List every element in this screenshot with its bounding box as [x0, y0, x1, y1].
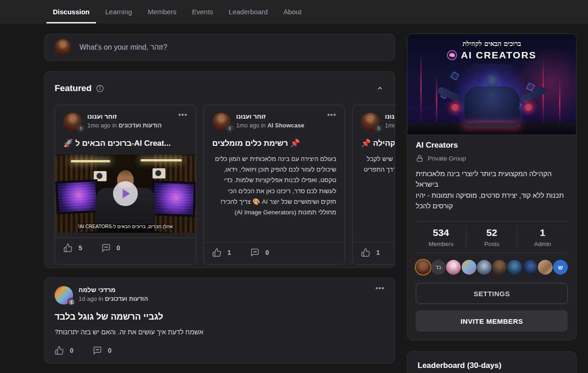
featured-section: Featured 3 זוהר וענונו 1mo ago	[44, 71, 395, 268]
community-nav: Discussion Learning Members Events Leade…	[46, 0, 588, 23]
video-thumbnail[interactable]: אהלן חברים, ברוכים הבאים ל-AI CREATORS!	[55, 155, 196, 233]
stat-label: Posts	[467, 241, 517, 247]
comment-button[interactable]: 0	[102, 243, 120, 252]
stat-posts[interactable]: 52 Posts	[466, 227, 517, 247]
post-body: בעולם היצירה עם בינה מלאכותית יש המון כל…	[212, 154, 336, 237]
like-button[interactable]: 1	[361, 248, 380, 257]
featured-cards-row: 3 זוהר וענונו 1mo ago in הודעות ועדכונים…	[55, 105, 395, 265]
in-word: in	[112, 122, 117, 129]
avatar[interactable]: 3	[212, 113, 231, 131]
like-count: 1	[376, 249, 380, 256]
post-time: 1mo ago	[87, 122, 111, 129]
post-composer[interactable]: What's on your mind, זוהר?	[44, 34, 395, 61]
post-meta: 1mo ago in	[385, 122, 395, 129]
stat-label: Admin	[517, 241, 568, 247]
group-banner-image: ברוכים הבאים לקהילת 🧠 AI CREATORS	[407, 34, 576, 134]
play-icon	[123, 189, 130, 198]
post-author[interactable]: זוהר וענונו	[236, 113, 304, 120]
banner-welcome-text: ברוכים הבאים לקהילת	[407, 40, 576, 48]
studio-light	[71, 160, 110, 162]
avatar[interactable]: 3	[361, 113, 379, 131]
level-badge: 3	[226, 124, 233, 132]
member-avatar[interactable]	[462, 260, 476, 275]
member-avatar[interactable]	[507, 260, 522, 275]
member-avatar[interactable]	[492, 260, 507, 275]
tab-discussion[interactable]: Discussion	[46, 0, 96, 23]
featured-title: Featured	[55, 83, 91, 93]
post-author[interactable]: זוהר וענונו	[385, 113, 395, 120]
post-title[interactable]: לגביי הרשמה של גוגל בלבד	[55, 312, 384, 322]
post-category[interactable]: AI Showcase	[267, 122, 304, 129]
post-category[interactable]: הודעות ועדכונים	[105, 295, 148, 302]
ellipsis-menu-icon[interactable]: •••	[178, 113, 187, 117]
post-time: 1mo ago	[236, 122, 260, 129]
like-button[interactable]: 5	[63, 243, 82, 252]
monitor-left	[55, 179, 99, 215]
chevron-up-icon[interactable]	[376, 85, 384, 92]
avatar[interactable]: 3	[63, 113, 82, 131]
like-count: 0	[70, 347, 74, 354]
stat-members[interactable]: 534 Members	[416, 227, 466, 247]
comment-count: 0	[117, 244, 120, 252]
studio-light	[141, 159, 182, 161]
banner-brand-text: AI CREATORS	[461, 50, 537, 61]
member-avatar[interactable]	[538, 260, 553, 275]
in-word: in	[98, 295, 103, 302]
tab-learning[interactable]: Learning	[99, 0, 138, 23]
post-author[interactable]: זוהר וענונו	[87, 113, 162, 120]
member-avatar-initials[interactable]: בד	[431, 260, 446, 275]
group-name: AI Creators	[416, 141, 568, 150]
post-meta: 1mo ago in הודעות ועדכונים	[87, 122, 162, 129]
post-title[interactable]: 📌 חוקי הקהילה	[361, 138, 395, 148]
comment-icon	[93, 346, 102, 355]
ellipsis-menu-icon[interactable]: •••	[375, 286, 384, 291]
lock-icon	[416, 155, 424, 162]
like-button[interactable]: 1	[212, 248, 231, 257]
like-count: 1	[227, 249, 231, 256]
post-body: אשמח לדעת איך עושים את זה. והאם יש בזה י…	[55, 328, 384, 336]
member-avatar[interactable]	[477, 260, 492, 275]
tab-about[interactable]: About	[277, 0, 308, 23]
post-category[interactable]: הודעות ועדכונים	[119, 122, 162, 129]
featured-post-welcome[interactable]: 3 זוהר וענונו 1mo ago in הודעות ועדכונים…	[55, 105, 196, 265]
thumbs-up-icon	[361, 248, 370, 257]
comment-button[interactable]: 0	[250, 248, 269, 257]
thumbs-up-icon	[55, 346, 64, 355]
member-avatar-initials[interactable]: ש	[553, 260, 568, 275]
group-info-card: ברוכים הבאים לקהילת 🧠 AI CREATORS AI Cre…	[407, 34, 577, 340]
post-author[interactable]: מרדכי שלמה	[79, 286, 148, 293]
post-meta: 1d ago in הודעות ועדכונים	[79, 295, 148, 302]
info-icon[interactable]	[96, 85, 104, 92]
comment-icon	[250, 248, 260, 257]
ellipsis-menu-icon[interactable]: •••	[327, 113, 336, 117]
member-avatar[interactable]	[446, 260, 461, 275]
settings-button[interactable]: SETTINGS	[416, 283, 568, 304]
comment-count: 0	[108, 347, 112, 354]
leaderboard-card[interactable]: Leaderboard (30-days)	[407, 351, 577, 373]
video-caption: אהלן חברים, ברוכים הבאים ל-AI CREATORS!	[55, 224, 196, 229]
feed-post[interactable]: 1 מרדכי שלמה 1d ago in הודעות ועדכונים •…	[44, 277, 395, 364]
member-avatar[interactable]	[416, 260, 430, 275]
stat-value: 1	[517, 227, 568, 238]
invite-members-button[interactable]: INVITE MEMBERS	[416, 310, 568, 332]
banner-keyboard	[464, 124, 520, 127]
leaderboard-title: Leaderboard (30-days)	[418, 361, 566, 370]
post-title[interactable]: רשימת כלים מומלצים 📌	[212, 138, 336, 148]
comment-button[interactable]: 0	[93, 346, 112, 355]
stat-admins[interactable]: 1 Admin	[517, 227, 568, 247]
post-title[interactable]: 🚀 ברוכים הבאים ל-AI Creat...	[63, 138, 187, 148]
group-description: הקהילה המקצועית ביותר ליוצרי בינה מלאכות…	[416, 168, 568, 211]
composer-prompt[interactable]: What's on your mind, זוהר?	[79, 43, 167, 52]
post-time: 1d ago	[79, 295, 97, 302]
tab-members[interactable]: Members	[141, 0, 183, 23]
avatar[interactable]: 1	[55, 286, 73, 304]
member-avatar[interactable]	[523, 260, 537, 275]
post-time: 1mo ago	[385, 122, 395, 129]
like-button[interactable]: 0	[55, 346, 74, 355]
play-button[interactable]	[113, 181, 138, 206]
tab-leaderboard[interactable]: Leaderboard	[222, 0, 274, 23]
member-avatars-row: בד ש	[416, 260, 568, 275]
featured-post-rules[interactable]: 3 זוהר וענונו 1mo ago in ••• 📌 חוקי הקהי…	[352, 105, 395, 265]
featured-post-tools[interactable]: 3 זוהר וענונו 1mo ago in AI Showcase •••…	[204, 105, 345, 265]
tab-events[interactable]: Events	[186, 0, 220, 23]
